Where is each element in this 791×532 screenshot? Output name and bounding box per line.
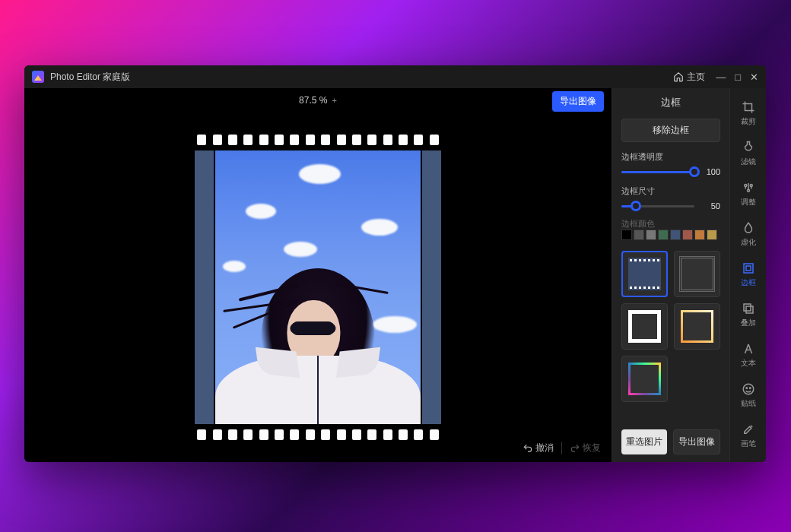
size-control: 边框尺寸 50 <box>621 185 720 211</box>
svg-point-9 <box>749 388 751 389</box>
color-swatch[interactable] <box>634 230 644 240</box>
svg-point-1 <box>750 185 752 187</box>
svg-rect-4 <box>746 266 751 271</box>
size-label: 边框尺寸 <box>621 185 720 197</box>
color-swatch[interactable] <box>694 230 705 240</box>
zoom-indicator[interactable]: 87.5 % + <box>299 95 337 106</box>
photo-content <box>215 150 421 424</box>
app-logo-icon <box>32 71 44 83</box>
sticker-icon <box>742 382 755 396</box>
blur-icon <box>742 221 755 235</box>
svg-rect-6 <box>746 306 753 313</box>
tool-text[interactable]: 文本 <box>733 337 764 373</box>
opacity-control: 边框透明度 100 <box>621 151 720 176</box>
tool-label: 贴纸 <box>741 398 756 409</box>
film-strip-bottom <box>192 426 443 443</box>
redo-button[interactable]: 恢复 <box>570 442 601 454</box>
svg-point-2 <box>747 189 749 192</box>
tool-blur[interactable]: 虚化 <box>733 217 764 252</box>
tool-brush[interactable]: 画笔 <box>733 418 764 454</box>
color-swatch[interactable] <box>646 230 656 240</box>
tool-label: 调整 <box>741 197 756 207</box>
frame-preset-rainbow[interactable] <box>621 356 668 402</box>
tool-rail: 裁剪 滤镜 调整 虚化 边框 叠加 <box>729 88 766 462</box>
tool-label: 画笔 <box>741 439 756 449</box>
titlebar: Photo Editor 家庭版 主页 — □ ✕ <box>24 65 766 88</box>
svg-point-7 <box>743 384 754 394</box>
color-swatch[interactable] <box>670 230 681 240</box>
opacity-value: 100 <box>700 167 720 176</box>
minimize-button[interactable]: — <box>716 71 726 83</box>
close-button[interactable]: ✕ <box>750 71 758 83</box>
frame-preset-warm[interactable] <box>674 303 720 350</box>
filter-icon <box>742 141 755 154</box>
opacity-slider[interactable] <box>621 171 694 173</box>
svg-rect-3 <box>744 264 753 273</box>
frame-icon <box>742 261 755 275</box>
frame-preset-white[interactable] <box>621 303 668 350</box>
export-button-top[interactable]: 导出图像 <box>552 91 604 112</box>
properties-panel: 边框 移除边框 边框透明度 100 边框尺寸 <box>612 88 729 462</box>
size-value: 50 <box>700 201 720 211</box>
undo-button[interactable]: 撤消 <box>523 442 554 454</box>
export-button-bottom[interactable]: 导出图像 <box>673 429 720 454</box>
crop-icon <box>742 100 755 114</box>
tool-sticker[interactable]: 贴纸 <box>733 378 764 413</box>
size-slider[interactable] <box>621 205 694 207</box>
tool-label: 裁剪 <box>741 116 756 127</box>
panel-title: 边框 <box>621 96 720 109</box>
tool-frame[interactable]: 边框 <box>733 257 764 293</box>
reselect-image-button[interactable]: 重选图片 <box>621 429 667 454</box>
undo-label: 撤消 <box>535 442 554 454</box>
tool-overlay[interactable]: 叠加 <box>733 297 764 333</box>
color-swatch[interactable] <box>658 230 669 240</box>
frame-preset-ornate[interactable] <box>674 251 720 297</box>
home-label: 主页 <box>687 71 705 84</box>
tool-adjust[interactable]: 调整 <box>733 176 764 212</box>
tool-filter[interactable]: 滤镜 <box>733 136 764 172</box>
home-icon <box>673 71 684 82</box>
color-label: 边框颜色 <box>621 218 720 230</box>
tool-label: 边框 <box>741 277 756 288</box>
film-strip-top <box>192 131 443 148</box>
undo-icon <box>523 443 533 454</box>
tool-label: 文本 <box>741 358 756 369</box>
color-swatch[interactable] <box>621 230 632 240</box>
svg-point-8 <box>746 388 748 389</box>
color-swatch[interactable] <box>707 230 717 240</box>
redo-icon <box>570 443 580 454</box>
overlay-icon <box>742 302 755 315</box>
frame-presets-grid <box>621 251 720 402</box>
tool-crop[interactable]: 裁剪 <box>733 96 764 131</box>
svg-rect-5 <box>744 304 751 311</box>
opacity-label: 边框透明度 <box>621 151 720 163</box>
maximize-button[interactable]: □ <box>735 71 741 83</box>
tool-label: 虚化 <box>741 237 756 248</box>
adjust-icon <box>742 181 755 195</box>
brush-icon <box>742 423 755 436</box>
redo-label: 恢复 <box>583 442 601 454</box>
tool-label: 叠加 <box>741 318 756 328</box>
canvas-area: 87.5 % + 导出图像 <box>24 88 612 462</box>
canvas-stage[interactable] <box>24 112 612 462</box>
svg-point-0 <box>744 185 746 187</box>
app-window: Photo Editor 家庭版 主页 — □ ✕ 87.5 % + 导出图像 <box>24 65 766 462</box>
frame-preset-film[interactable] <box>621 251 668 297</box>
tool-label: 滤镜 <box>741 157 756 167</box>
color-swatch[interactable] <box>682 230 693 240</box>
remove-frame-button[interactable]: 移除边框 <box>621 119 720 142</box>
zoom-plus-icon: + <box>332 96 336 105</box>
zoom-value: 87.5 % <box>299 95 327 106</box>
image-with-frame <box>192 131 443 443</box>
color-swatches <box>621 230 720 240</box>
home-button[interactable]: 主页 <box>673 71 705 84</box>
text-icon <box>742 342 755 356</box>
app-title: Photo Editor 家庭版 <box>50 71 673 84</box>
